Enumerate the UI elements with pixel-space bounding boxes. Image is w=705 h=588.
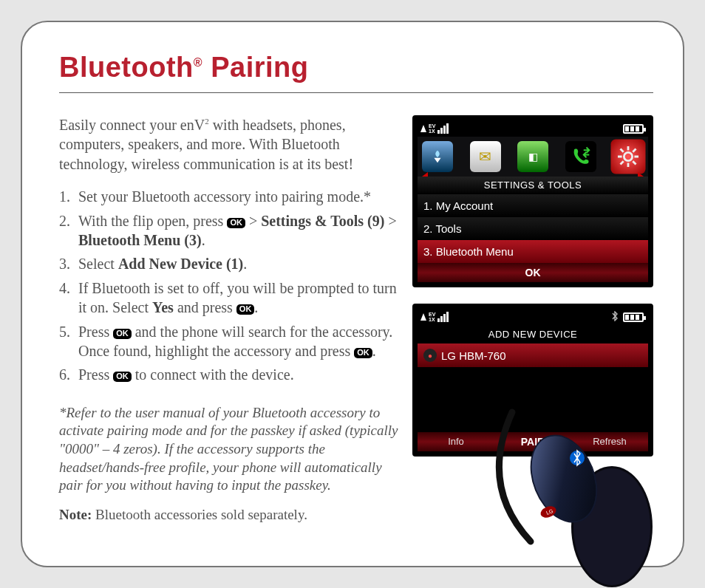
svg-line-8 — [633, 149, 636, 152]
calls-icon — [565, 141, 596, 172]
onex-label: 1X — [429, 129, 435, 134]
device-row: ● LG HBM-760 — [418, 343, 648, 367]
svg-point-10 — [573, 468, 650, 585]
s3a: Select — [78, 256, 118, 272]
signal-group: EV 1X — [420, 123, 449, 134]
menu-tools: 2. Tools — [418, 217, 648, 240]
step-5: Press OK and the phone will search for t… — [59, 322, 399, 361]
ok-icon: OK — [354, 348, 372, 358]
settings-gear-icon — [610, 139, 645, 174]
svg-point-0 — [624, 152, 632, 160]
mail-icon: ✉ — [470, 141, 501, 172]
title-pre: Bluetooth — [59, 52, 194, 83]
menu-my-account: 1. My Account — [418, 194, 648, 217]
signal-group: EV 1X — [420, 312, 449, 322]
net-labels: EV 1X — [428, 312, 436, 322]
intro-a: Easily connect your enV — [59, 117, 205, 133]
softkey-info: Info — [418, 436, 494, 448]
s2f: . — [202, 232, 205, 248]
left-column: Easily connect your enV2 with headsets, … — [59, 115, 399, 524]
status-bar: EV 1X — [418, 309, 648, 325]
s5a: Press — [78, 324, 113, 340]
softkey-bar: OK — [418, 263, 648, 282]
note-bold: Note: — [59, 507, 92, 522]
steps-list: Set your Bluetooth accessory into pairin… — [59, 187, 399, 385]
s2e: Bluetooth Menu (3) — [78, 232, 202, 248]
ok-icon: OK — [236, 304, 255, 315]
signal-bars-icon — [437, 123, 449, 134]
page-title: Bluetooth® Pairing — [59, 52, 653, 83]
title-rule — [59, 92, 653, 93]
s6a: Press — [78, 366, 113, 383]
s6b: to connect with the device. — [132, 366, 294, 383]
s2a: With the flip open, press — [78, 213, 227, 229]
step-1: Set your Bluetooth accessory into pairin… — [59, 187, 399, 206]
note-text: Bluetooth accessories sold separately. — [92, 507, 307, 522]
phone-screen-add-device: EV 1X ADD NEW DEVICE ● LG H — [412, 304, 653, 457]
download-icon — [422, 141, 453, 172]
svg-line-7 — [621, 161, 624, 164]
softkey-left — [418, 267, 494, 278]
s4c: and press — [174, 299, 236, 315]
ev-label: EV — [429, 123, 435, 129]
ok-icon: OK — [227, 218, 245, 228]
device-name: LG HBM-760 — [441, 349, 506, 362]
footnote: *Refer to the user manual of your Blueto… — [59, 404, 399, 495]
manual-card: Bluetooth® Pairing Easily connect your e… — [21, 21, 684, 567]
svg-point-9 — [571, 466, 653, 587]
s2b: > — [245, 213, 261, 229]
net-labels: EV 1X — [428, 123, 436, 134]
softkey-refresh: Refresh — [571, 436, 648, 448]
antenna-icon — [420, 313, 426, 321]
softkey-center: OK — [494, 267, 571, 278]
status-bar: EV 1X — [418, 120, 648, 137]
intro-paragraph: Easily connect your enV2 with headsets, … — [59, 115, 399, 174]
antenna-icon — [420, 125, 426, 132]
s5c: . — [372, 343, 376, 359]
svg-line-5 — [621, 149, 624, 152]
onex-label: 1X — [429, 317, 435, 322]
add-device-title: ADD NEW DEVICE — [418, 325, 648, 343]
softkey-right — [571, 267, 648, 278]
phone-screen-settings: EV 1X ✉ ◧ — [412, 115, 653, 287]
step-1-text: Set your Bluetooth accessory into pairin… — [78, 188, 371, 205]
s2d: > — [384, 213, 396, 229]
svg-point-15 — [539, 504, 558, 519]
s3c: . — [243, 256, 247, 272]
step-2: With the flip open, press OK > Settings … — [59, 211, 399, 250]
right-column: EV 1X ✉ ◧ — [412, 115, 653, 524]
home-icon-row: ✉ ◧ — [418, 137, 648, 177]
step-3: Select Add New Device (1). — [59, 254, 399, 273]
bluetooth-icon — [611, 311, 619, 324]
battery-icon — [623, 124, 644, 134]
step-4: If Bluetooth is set to off, you will be … — [59, 278, 399, 318]
battery-icon — [623, 312, 644, 322]
ev-label: EV — [429, 312, 435, 317]
step-6: Press OK to connect with the device. — [59, 365, 399, 384]
content-row: Easily connect your enV2 with headsets, … — [59, 115, 653, 524]
svg-text:LG: LG — [545, 508, 554, 516]
device-list-empty — [418, 367, 648, 432]
s2c: Settings & Tools (9) — [261, 213, 384, 229]
ok-icon: OK — [113, 372, 132, 382]
s4d: . — [254, 299, 258, 315]
title-post: Pairing — [202, 52, 308, 83]
signal-bars-icon — [437, 312, 449, 322]
section-title: SETTINGS & TOOLS — [418, 177, 648, 194]
softkey-pair: PAIR — [494, 436, 571, 448]
registered-mark: ® — [194, 56, 202, 69]
menu-bluetooth: 3. Bluetooth Menu — [418, 240, 648, 263]
s3b: Add New Device (1) — [118, 256, 243, 272]
contacts-icon: ◧ — [517, 141, 548, 172]
s4b: Yes — [152, 299, 174, 315]
headset-small-icon: ● — [423, 349, 437, 362]
ok-icon: OK — [113, 329, 132, 339]
softkey-bar: Info PAIR Refresh — [418, 432, 648, 451]
svg-line-6 — [633, 161, 636, 164]
note-line: Note: Bluetooth accessories sold separat… — [59, 505, 399, 524]
